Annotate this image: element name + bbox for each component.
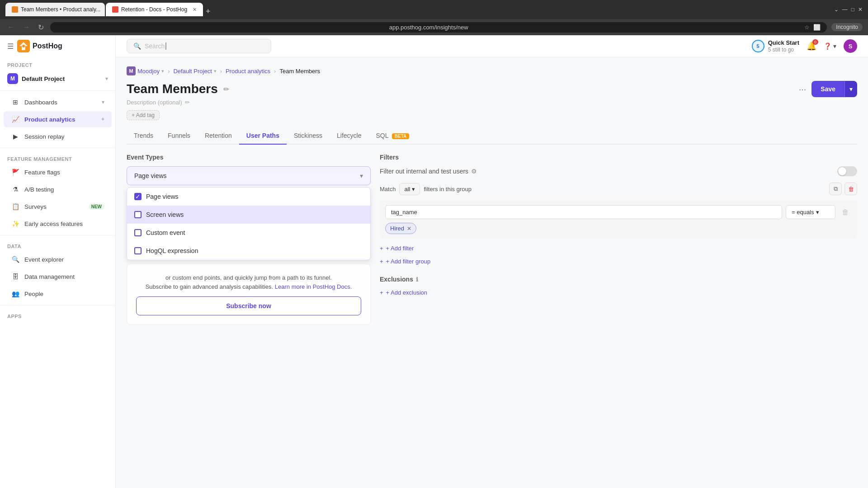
project-expand-icon: ▾	[105, 75, 108, 82]
data-management-icon: 🗄	[11, 272, 20, 281]
tab-sql[interactable]: SQL BETA	[368, 127, 416, 145]
description-text: Description (optional)	[127, 99, 182, 106]
add-filter-btn[interactable]: + + Add filter	[380, 242, 857, 254]
sidebar-item-early-access[interactable]: ✨ Early access features	[4, 216, 112, 232]
maximize-btn[interactable]: □	[851, 6, 854, 13]
checkbox-page-views[interactable]: ✓	[134, 193, 142, 200]
description-edit-icon[interactable]: ✏	[185, 99, 190, 106]
session-replay-label: Session replay	[24, 133, 104, 140]
data-section-label: DATA	[0, 238, 115, 251]
save-dropdown-btn[interactable]: ▾	[844, 81, 857, 97]
breadcrumb-project[interactable]: Default Project ▾	[173, 68, 216, 75]
filter-toggle[interactable]	[837, 166, 857, 176]
project-row[interactable]: M Default Project ▾	[0, 70, 115, 88]
quickstart-circle: 5	[752, 40, 764, 52]
minimize-btn[interactable]: —	[842, 6, 848, 13]
breadcrumb: M Moodjoy ▾ › Default Project ▾ › Produc…	[127, 66, 857, 75]
sidebar-item-surveys[interactable]: 📋 Surveys NEW	[4, 198, 112, 215]
option-custom-event[interactable]: Custom event	[127, 224, 370, 242]
browser-tabs: Team Members • Product analy... ✕ Retent…	[5, 3, 830, 16]
tab-lifecycle[interactable]: Lifecycle	[330, 127, 368, 145]
subscribe-learn-more-link[interactable]: Learn more in PostHog Docs.	[275, 283, 352, 290]
product-analytics-expand-icon: +	[101, 116, 104, 122]
filter-op-select[interactable]: = equals ▾	[786, 205, 835, 219]
new-tab-btn[interactable]: +	[206, 7, 211, 16]
sidebar-item-product-analytics[interactable]: 📈 Product analytics +	[4, 111, 112, 127]
delete-filter-group-btn[interactable]: 🗑	[844, 183, 857, 195]
page-actions: ··· Save ▾	[797, 81, 857, 97]
quick-start: 5 Quick Start 5 still to go	[752, 39, 799, 53]
subscribe-now-btn[interactable]: Subscribe now	[136, 296, 361, 315]
tab2-close[interactable]: ✕	[193, 7, 197, 13]
help-btn[interactable]: ❓ ▾	[824, 42, 836, 50]
bookmark-icon[interactable]: ☆	[804, 24, 810, 31]
forward-btn[interactable]: →	[21, 22, 32, 32]
session-replay-icon: ▶	[11, 132, 20, 141]
search-icon: 🔍	[133, 42, 141, 50]
reload-btn[interactable]: ↻	[36, 22, 46, 33]
close-browser-btn[interactable]: ✕	[858, 6, 863, 13]
event-types-dropdown[interactable]: Page views ▾	[127, 166, 371, 185]
browser-tab-1[interactable]: Team Members • Product analy... ✕	[5, 3, 105, 16]
sidebar-item-people[interactable]: 👥 People	[4, 286, 112, 302]
sidebar-item-session-replay[interactable]: ▶ Session replay	[4, 128, 112, 145]
add-tag-btn[interactable]: + Add tag	[127, 110, 160, 120]
copy-filter-group-btn[interactable]: ⧉	[829, 183, 842, 195]
delete-filter-btn[interactable]: 🗑	[839, 207, 852, 217]
hamburger-btn[interactable]: ☰	[7, 42, 14, 51]
dashboards-label: Dashboards	[24, 99, 97, 106]
match-label: Match	[380, 186, 396, 192]
browser-tab-2[interactable]: Retention - Docs - PostHog ✕	[106, 3, 203, 16]
filter-internal-label: Filter out internal and test users ⚙	[380, 168, 477, 175]
tab-trends[interactable]: Trends	[127, 127, 160, 145]
sidebar-item-dashboards[interactable]: ⊞ Dashboards ▾	[4, 94, 112, 110]
tab-funnels[interactable]: Funnels	[160, 127, 198, 145]
filter-gear-icon[interactable]: ⚙	[471, 168, 477, 175]
sidebar-item-ab-testing[interactable]: ⚗ A/B testing	[4, 181, 112, 197]
tab-user-paths[interactable]: User Paths	[239, 127, 287, 145]
search-box[interactable]: 🔍 Search	[127, 39, 271, 53]
sidebar-item-event-explorer[interactable]: 🔍 Event explorer	[4, 251, 112, 267]
title-edit-icon[interactable]: ✏	[223, 85, 229, 94]
filter-value-row: Hired ✕	[385, 219, 852, 234]
sidebar: ☰ PostHog PROJECT M Default Project ▾ ⊞ …	[0, 35, 116, 488]
tab-stickiness[interactable]: Stickiness	[287, 127, 330, 145]
option-page-views[interactable]: ✓ Page views	[127, 188, 370, 206]
match-row: Match all ▾ filters in this group ⧉ 🗑	[380, 183, 857, 195]
data-management-label: Data management	[24, 273, 104, 280]
sidebar-item-data-management[interactable]: 🗄 Data management	[4, 268, 112, 285]
tag-name-input[interactable]: tag_name	[385, 205, 782, 219]
cast-icon[interactable]: ⬜	[813, 24, 821, 31]
checkbox-custom-event[interactable]	[134, 229, 142, 236]
left-panel: Event Types Page views ▾ ✓ Page views	[127, 154, 371, 325]
main-content: 🔍 Search 5 Quick Start 5 still to go 🔔 0	[116, 35, 868, 488]
option-screen-views[interactable]: Screen views	[127, 206, 370, 224]
add-exclusion-btn[interactable]: + + Add exclusion	[380, 286, 857, 299]
back-btn[interactable]: ←	[5, 22, 16, 32]
notifications-btn[interactable]: 🔔 0	[807, 41, 816, 51]
subscribe-text: or custom end points, and quickly jump f…	[136, 273, 361, 291]
ab-testing-label: A/B testing	[24, 186, 104, 193]
breadcrumb-section[interactable]: Product analytics	[226, 68, 270, 75]
checkbox-hogql[interactable]	[134, 247, 142, 254]
sidebar-item-feature-flags[interactable]: 🚩 Feature flags	[4, 164, 112, 180]
tab2-label: Retention - Docs - PostHog	[121, 6, 187, 13]
address-bar[interactable]: app.posthog.com/insights/new ☆ ⬜	[50, 22, 827, 33]
help-arrow: ▾	[833, 42, 836, 50]
filter-tag-close-btn[interactable]: ✕	[407, 225, 411, 232]
checkbox-screen-views[interactable]	[134, 211, 142, 218]
exclusions-info-icon[interactable]: ℹ	[416, 276, 418, 283]
dashboards-expand-icon: ▾	[102, 99, 104, 105]
option-hogql[interactable]: HogQL expression	[127, 242, 370, 260]
user-avatar[interactable]: S	[844, 39, 857, 53]
ab-testing-icon: ⚗	[11, 185, 20, 194]
save-button[interactable]: Save	[811, 81, 844, 97]
breadcrumb-org[interactable]: M Moodjoy ▾	[127, 66, 164, 75]
add-filter-group-btn[interactable]: + + Add filter group	[380, 254, 857, 268]
tab-dropdown-btn[interactable]: ⌄	[834, 6, 839, 13]
sidebar-header: ☰ PostHog	[0, 35, 115, 57]
more-options-btn[interactable]: ···	[797, 82, 808, 96]
tab-retention[interactable]: Retention	[198, 127, 239, 145]
match-select[interactable]: all ▾	[399, 183, 420, 195]
feature-flags-label: Feature flags	[24, 169, 104, 176]
